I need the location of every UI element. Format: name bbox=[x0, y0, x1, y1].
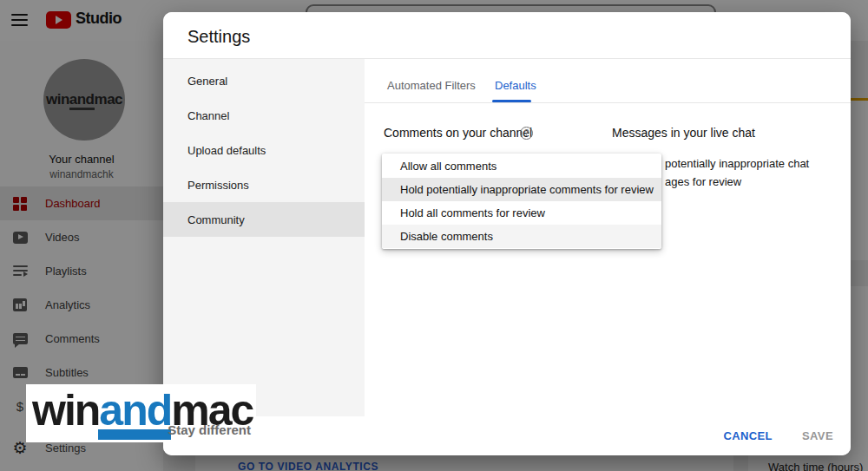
winandmac-watermark: winandmac Stay different bbox=[26, 384, 256, 442]
save-button[interactable]: SAVE bbox=[802, 429, 833, 442]
watermark-tagline: Stay different bbox=[168, 422, 251, 437]
option-allow-all-comments[interactable]: Allow all comments bbox=[382, 154, 661, 178]
settings-nav: General Channel Upload defaults Permissi… bbox=[163, 59, 365, 416]
settings-nav-permissions[interactable]: Permissions bbox=[163, 167, 365, 202]
cancel-button[interactable]: CANCEL bbox=[723, 429, 773, 442]
tab-automated-filters[interactable]: Automated Filters bbox=[387, 79, 476, 92]
option-hold-all-comments[interactable]: Hold all comments for review bbox=[382, 201, 661, 225]
youtube-studio-screen: Studio winandmac Your channel winandmach… bbox=[0, 0, 868, 471]
dialog-footer: CANCEL SAVE bbox=[163, 416, 851, 455]
settings-nav-general[interactable]: General bbox=[163, 63, 365, 98]
settings-nav-community[interactable]: Community bbox=[163, 202, 365, 237]
help-icon[interactable]: ? bbox=[520, 127, 533, 140]
tab-defaults[interactable]: Defaults bbox=[495, 79, 536, 92]
livechat-selected-value: potentially inappropriate chat ages for … bbox=[665, 154, 809, 191]
settings-dialog: Settings General Channel Upload defaults… bbox=[163, 12, 851, 455]
settings-nav-upload-defaults[interactable]: Upload defaults bbox=[163, 133, 365, 167]
comments-dropdown-menu: Allow all comments Hold potentially inap… bbox=[382, 154, 661, 249]
option-hold-inappropriate-comments[interactable]: Hold potentially inappropriate comments … bbox=[382, 178, 661, 201]
settings-nav-channel[interactable]: Channel bbox=[163, 98, 365, 133]
livechat-section-title: Messages in your live chat bbox=[612, 126, 755, 140]
comments-section-title: Comments on your channel bbox=[384, 126, 532, 140]
option-disable-comments[interactable]: Disable comments bbox=[382, 225, 661, 248]
dialog-header: Settings bbox=[163, 12, 851, 59]
dialog-title: Settings bbox=[187, 27, 250, 47]
tabs-divider bbox=[365, 102, 851, 103]
